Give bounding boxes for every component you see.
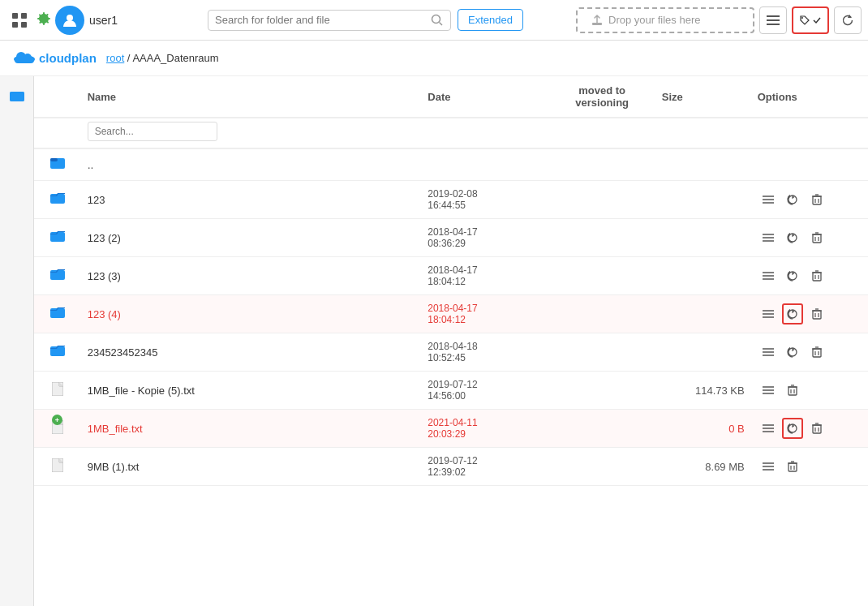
delete-button[interactable] bbox=[806, 342, 827, 363]
table-row: 123 (2)2018-04-1708:36:29 bbox=[34, 219, 868, 257]
row-name-cell[interactable]: 9MB (1).txt bbox=[81, 448, 422, 486]
delete-button[interactable] bbox=[782, 380, 803, 401]
row-icon-cell: + bbox=[34, 410, 81, 448]
row-size-cell: 114.73 KB bbox=[655, 372, 751, 410]
folder-icon bbox=[50, 158, 65, 172]
folder-icon bbox=[50, 193, 65, 207]
tag-check-button[interactable] bbox=[792, 6, 829, 34]
restore-button[interactable] bbox=[782, 227, 803, 248]
avatar bbox=[55, 6, 84, 35]
svg-rect-42 bbox=[813, 273, 821, 281]
grid-view-button[interactable] bbox=[6, 7, 32, 33]
menu-button[interactable] bbox=[758, 380, 779, 401]
breadcrumb-root[interactable]: root bbox=[106, 52, 124, 64]
row-versioning-cell bbox=[549, 410, 655, 448]
table-row: 9MB (1).txt2019-07-1212:39:028.69 MB bbox=[34, 448, 868, 486]
file-size: 114.73 KB bbox=[695, 385, 745, 397]
svg-rect-21 bbox=[50, 158, 58, 161]
file-date: 2019-07-1212:39:02 bbox=[428, 455, 542, 478]
svg-rect-2 bbox=[12, 22, 18, 28]
menu-lines-button[interactable] bbox=[759, 6, 787, 34]
menu-button[interactable] bbox=[758, 189, 779, 210]
row-size-cell bbox=[655, 257, 751, 295]
topbar-right: Drop your files here bbox=[576, 6, 862, 34]
row-name-cell[interactable]: 1MB_file.txt bbox=[81, 410, 422, 448]
delete-button[interactable] bbox=[806, 418, 827, 439]
svg-rect-50 bbox=[813, 311, 821, 319]
file-name: 1MB_file - Kopie (5).txt bbox=[88, 385, 195, 397]
restore-button[interactable] bbox=[782, 265, 803, 286]
file-icon bbox=[52, 461, 63, 475]
row-name-cell[interactable]: 123 (4) bbox=[81, 295, 422, 333]
row-size-cell: 8.69 MB bbox=[655, 448, 751, 486]
col-icon-header bbox=[34, 76, 81, 118]
file-name: 9MB (1).txt bbox=[88, 461, 140, 473]
menu-button[interactable] bbox=[758, 265, 779, 286]
menu-button[interactable] bbox=[758, 227, 779, 248]
menu-button[interactable] bbox=[758, 303, 779, 324]
options-buttons bbox=[758, 303, 862, 324]
delete-button[interactable] bbox=[806, 227, 827, 248]
topbar: user1 Extended Drop your files here bbox=[0, 0, 868, 41]
file-date: 2019-07-1214:56:00 bbox=[428, 379, 542, 402]
restore-button[interactable] bbox=[782, 303, 803, 324]
menu-button[interactable] bbox=[758, 342, 779, 363]
menu-button[interactable] bbox=[758, 456, 779, 477]
delete-button[interactable] bbox=[806, 303, 827, 324]
svg-rect-26 bbox=[813, 196, 821, 204]
svg-rect-34 bbox=[813, 234, 821, 243]
row-options-cell bbox=[751, 410, 868, 448]
delete-button[interactable] bbox=[806, 265, 827, 286]
row-icon-cell bbox=[34, 295, 81, 333]
svg-rect-85 bbox=[789, 463, 797, 471]
row-name-cell[interactable]: 123 (3) bbox=[81, 257, 422, 295]
drop-zone[interactable]: Drop your files here bbox=[576, 7, 754, 33]
delete-button[interactable] bbox=[806, 189, 827, 210]
table-search-input[interactable] bbox=[88, 122, 217, 141]
options-buttons bbox=[758, 456, 862, 477]
folder-icon bbox=[50, 269, 65, 283]
row-name-cell[interactable]: 1MB_file - Kopie (5).txt bbox=[81, 372, 422, 410]
restore-button[interactable] bbox=[782, 342, 803, 363]
sidebar-icon-folder[interactable] bbox=[4, 83, 30, 109]
row-icon-cell bbox=[34, 372, 81, 410]
file-name: 123 (3) bbox=[88, 270, 121, 282]
main-layout: Name Date moved to versioning Size Optio… bbox=[0, 76, 868, 606]
folder-icon bbox=[50, 231, 65, 245]
folder-icon bbox=[50, 346, 65, 359]
row-versioning-cell bbox=[549, 448, 655, 486]
file-size: 8.69 MB bbox=[705, 461, 744, 473]
svg-rect-58 bbox=[813, 349, 821, 357]
row-name-cell[interactable]: 123 (2) bbox=[81, 219, 422, 257]
search-area[interactable] bbox=[208, 10, 451, 31]
svg-rect-46 bbox=[50, 308, 65, 318]
row-date-cell: 2018-04-1810:52:45 bbox=[421, 333, 548, 372]
row-options-cell bbox=[751, 295, 868, 333]
row-name-cell[interactable]: 234523452345 bbox=[81, 333, 422, 372]
row-icon-cell bbox=[34, 219, 81, 257]
row-versioning-cell bbox=[549, 372, 655, 410]
tag-icon bbox=[799, 15, 810, 26]
menu-button[interactable] bbox=[758, 418, 779, 439]
gear-icon[interactable] bbox=[37, 12, 50, 28]
row-date-cell: 2018-04-1708:36:29 bbox=[421, 219, 548, 257]
table-header-row: Name Date moved to versioning Size Optio… bbox=[34, 76, 868, 118]
row-options-cell bbox=[751, 148, 868, 181]
search-input[interactable] bbox=[215, 14, 431, 26]
drop-zone-label: Drop your files here bbox=[608, 14, 700, 26]
extended-button[interactable]: Extended bbox=[458, 9, 523, 31]
restore-button[interactable] bbox=[782, 189, 803, 210]
svg-rect-22 bbox=[50, 194, 65, 204]
refresh-button[interactable] bbox=[834, 6, 862, 34]
svg-rect-1 bbox=[21, 13, 27, 19]
delete-button[interactable] bbox=[782, 456, 803, 477]
svg-rect-8 bbox=[592, 23, 602, 25]
row-size-cell: 0 B bbox=[655, 410, 751, 448]
topbar-left: user1 bbox=[6, 6, 201, 35]
logo-area: cloudplan bbox=[13, 49, 97, 67]
svg-point-12 bbox=[801, 17, 803, 19]
restore-button[interactable] bbox=[782, 418, 803, 439]
row-name-cell[interactable]: 123 bbox=[81, 181, 422, 219]
check-icon bbox=[812, 15, 822, 25]
file-size: 0 B bbox=[728, 423, 745, 435]
